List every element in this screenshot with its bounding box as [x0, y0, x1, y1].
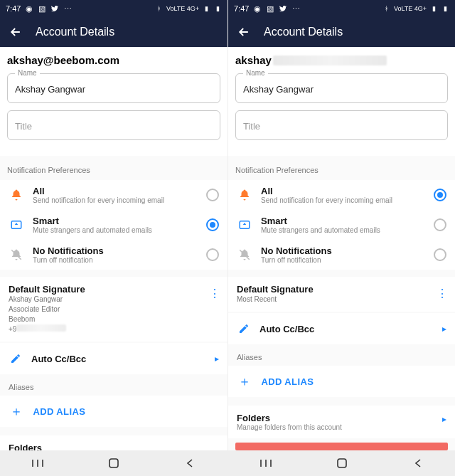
circle-icon: ◉ [253, 4, 262, 13]
more-icon: ⋯ [63, 4, 72, 13]
title-placeholder: Title [243, 121, 440, 132]
aliases-heading: Aliases [0, 374, 228, 396]
back-button[interactable] [235, 23, 252, 41]
plus-icon: ＋ [238, 373, 251, 390]
radio-all[interactable] [434, 189, 446, 201]
signal-icon: ▮ [202, 4, 210, 13]
add-alias-button[interactable]: ＋ ADD ALIAS [228, 366, 455, 397]
signature-block[interactable]: Default Signature Akshay Gangwar Associa… [0, 277, 228, 342]
redacted-email [273, 55, 387, 65]
page-title: Account Details [264, 26, 343, 38]
status-bar: 7:47 ◉ ▧ ⋯ ᚼ VoLTE 4G+ ▮ ▮ [228, 0, 455, 17]
pref-smart[interactable]: SmartMute strangers and automated emails [228, 210, 455, 240]
prefs-list: AllSend notification for every incoming … [0, 180, 228, 270]
title-field[interactable]: Title [7, 110, 220, 140]
status-bar: 7:47 ◉ ▧ ⋯ ᚼ VoLTE 4G+ ▮ ▮ [0, 0, 228, 17]
folders-row[interactable]: Folders Manage folders from this account [0, 435, 228, 450]
name-value: Akshay Gangwar [15, 84, 213, 95]
status-net: VoLTE 4G+ [166, 5, 199, 12]
battery-icon: ▮ [441, 4, 449, 13]
bluetooth-icon: ᚼ [155, 4, 164, 13]
name-field[interactable]: Name Akshay Gangwar [235, 73, 448, 103]
bell-icon [237, 187, 252, 203]
app-bar: Account Details [228, 17, 455, 47]
chevron-right-icon: ▸ [215, 354, 219, 364]
status-net: VoLTE 4G+ [394, 5, 427, 12]
account-email: akshay@beebom.com [7, 54, 220, 66]
phone-left: 7:47 ◉ ▧ ⋯ ᚼ VoLTE 4G+ ▮ ▮ Account Detai… [0, 0, 228, 476]
battery-icon: ▮ [213, 4, 222, 13]
radio-smart[interactable] [206, 218, 219, 231]
title-field[interactable]: Title [235, 110, 448, 140]
auto-cc-row[interactable]: Auto Cc/Bcc ▸ [0, 343, 228, 374]
pencil-icon [9, 351, 23, 366]
account-email: akshay [235, 54, 448, 66]
redacted-phone [16, 324, 66, 332]
twitter-icon [50, 4, 59, 13]
nav-home[interactable] [100, 456, 128, 470]
name-label: Name [243, 69, 268, 77]
nav-recents[interactable] [23, 456, 52, 470]
prefs-heading: Notification Preferences [0, 156, 228, 180]
image-icon: ▧ [38, 4, 46, 13]
radio-none[interactable] [434, 248, 446, 261]
signature-block[interactable]: Default Signature Most Recent ⋮ [228, 277, 455, 312]
signal-icon: ▮ [429, 4, 438, 13]
pencil-icon [237, 322, 251, 336]
aliases-heading: Aliases [228, 344, 455, 366]
nav-recents[interactable] [252, 456, 280, 470]
pref-none[interactable]: No NotificationsTurn off notification [228, 240, 455, 270]
name-label: Name [15, 69, 40, 77]
name-value: Akshay Gangwar [243, 84, 440, 95]
phone-right: 7:47 ◉ ▧ ⋯ ᚼ VoLTE 4G+ ▮ ▮ Account Detai… [228, 0, 455, 476]
twitter-icon [279, 4, 287, 13]
prefs-heading: Notification Preferences [228, 156, 455, 180]
pref-all[interactable]: AllSend notification for every incoming … [0, 180, 228, 210]
status-time: 7:47 [6, 4, 21, 13]
folders-row[interactable]: Folders Manage folders from this account… [228, 406, 455, 438]
page-title: Account Details [36, 26, 114, 38]
pref-all[interactable]: AllSend notification for every incoming … [228, 180, 455, 210]
chevron-right-icon: ▸ [442, 324, 446, 334]
name-field[interactable]: Name Akshay Gangwar [7, 73, 220, 103]
image-icon: ▧ [266, 4, 274, 13]
chevron-right-icon: ▸ [442, 414, 446, 424]
nav-home[interactable] [328, 456, 356, 470]
pref-none[interactable]: No NotificationsTurn off notification [0, 240, 228, 270]
nav-bar [0, 450, 228, 476]
add-alias-button[interactable]: ＋ ADD ALIAS [0, 396, 228, 427]
smart-icon [9, 217, 24, 233]
bluetooth-icon: ᚼ [382, 4, 391, 13]
prefs-list: AllSend notification for every incoming … [228, 180, 455, 270]
title-placeholder: Title [15, 121, 213, 132]
more-icon: ⋯ [291, 4, 300, 13]
radio-none[interactable] [206, 248, 219, 261]
status-time: 7:47 [234, 4, 249, 13]
app-bar: Account Details [0, 17, 228, 47]
more-vert-icon[interactable]: ⋮ [437, 287, 448, 300]
svg-rect-11 [338, 459, 346, 467]
smart-icon [237, 217, 252, 233]
more-vert-icon[interactable]: ⋮ [209, 287, 220, 300]
circle-icon: ◉ [25, 4, 33, 13]
bell-off-icon [9, 247, 24, 263]
auto-cc-row[interactable]: Auto Cc/Bcc ▸ [228, 313, 455, 344]
plus-icon: ＋ [10, 403, 23, 420]
radio-smart[interactable] [434, 218, 446, 231]
radio-all[interactable] [206, 189, 219, 201]
bell-off-icon [237, 247, 252, 263]
svg-rect-5 [109, 459, 118, 467]
nav-bar [228, 450, 455, 476]
bell-icon [9, 187, 24, 203]
nav-back[interactable] [404, 456, 432, 470]
pref-smart[interactable]: SmartMute strangers and automated emails [0, 210, 228, 240]
danger-bar[interactable] [235, 443, 448, 450]
back-button[interactable] [7, 23, 24, 41]
nav-back[interactable] [176, 456, 204, 470]
